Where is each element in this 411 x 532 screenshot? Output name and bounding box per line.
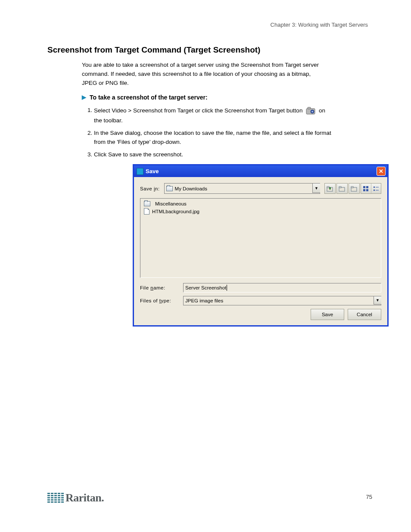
steps-list: Select Video > Screenshot from Target or…: [47, 105, 332, 159]
svg-rect-14: [374, 187, 375, 188]
close-icon: ✕: [379, 168, 383, 174]
svg-rect-1: [308, 107, 311, 109]
svg-rect-15: [376, 187, 379, 187]
dialog-close-button[interactable]: ✕: [377, 167, 386, 176]
cancel-button[interactable]: Cancel: [348, 309, 381, 320]
new-folder-button[interactable]: [349, 183, 360, 194]
svg-rect-16: [374, 190, 375, 191]
chapter-reference: Chapter 3: Working with Target Servers: [47, 22, 385, 28]
nav-home-button[interactable]: [336, 183, 348, 194]
dialog-title-icon: [137, 168, 143, 175]
step-1: Select Video > Screenshot from Target or…: [94, 105, 332, 125]
files-of-type-label: Files of type:: [140, 298, 179, 303]
file-icon: [144, 208, 149, 215]
svg-rect-17: [376, 190, 379, 190]
svg-rect-9: [351, 187, 353, 188]
dialog-titlebar: Save ✕: [134, 165, 387, 177]
file-name-value: Server Screenshot: [185, 285, 226, 290]
page-number: 75: [366, 494, 372, 500]
svg-rect-12: [363, 189, 365, 191]
procedure-heading: ▶ To take a screenshot of the target ser…: [47, 94, 385, 101]
file-item-label: Miscellaneous: [155, 201, 187, 206]
nav-up-button[interactable]: [324, 183, 336, 194]
save-dialog: Save ✕ Save in: My Downloads ▼: [133, 164, 389, 327]
svg-rect-13: [366, 189, 368, 191]
view-mode-buttons[interactable]: [361, 183, 381, 194]
section-title: Screenshot from Target Command (Target S…: [47, 45, 385, 55]
file-name-input[interactable]: Server Screenshot: [183, 283, 381, 292]
svg-rect-11: [366, 186, 368, 188]
footer-logo: Raritan.: [47, 492, 104, 504]
dialog-title: Save: [146, 168, 377, 174]
procedure-arrow-icon: ▶: [82, 94, 86, 100]
logo-text: Raritan.: [65, 492, 104, 504]
raritan-logo-icon: [47, 493, 64, 503]
save-in-label: Save in:: [140, 186, 160, 191]
file-browser-area[interactable]: Miscellaneous HTMLbackground.jpg: [140, 198, 381, 278]
files-of-type-dropdown[interactable]: JPEG image files ▼: [183, 296, 381, 305]
dropdown-arrow-icon: ▼: [312, 183, 320, 193]
file-item-label: HTMLbackground.jpg: [152, 209, 199, 214]
svg-rect-5: [327, 187, 329, 188]
save-in-value: My Downloads: [175, 186, 318, 191]
file-browser-item-file[interactable]: HTMLbackground.jpg: [144, 208, 377, 215]
svg-rect-10: [363, 186, 365, 188]
screenshot-button-icon: [305, 105, 316, 116]
step-2: In the Save dialog, choose the location …: [94, 129, 332, 147]
step-3: Click Save to save the screenshot.: [94, 150, 332, 159]
files-of-type-value: JPEG image files: [185, 298, 223, 303]
folder-icon: [166, 186, 173, 191]
save-in-dropdown[interactable]: My Downloads ▼: [164, 183, 320, 194]
svg-rect-7: [339, 187, 341, 188]
file-name-label: File name:: [140, 285, 179, 290]
procedure-heading-text: To take a screenshot of the target serve…: [90, 94, 208, 101]
folder-icon: [144, 201, 150, 206]
svg-point-3: [312, 111, 313, 112]
file-browser-item-folder[interactable]: Miscellaneous: [144, 201, 377, 206]
step-1-text-a: Select Video > Screenshot from Target or…: [94, 107, 304, 113]
dropdown-arrow-icon: ▼: [374, 296, 381, 305]
intro-paragraph: You are able to take a screenshot of a t…: [47, 61, 323, 88]
save-button[interactable]: Save: [311, 309, 344, 320]
